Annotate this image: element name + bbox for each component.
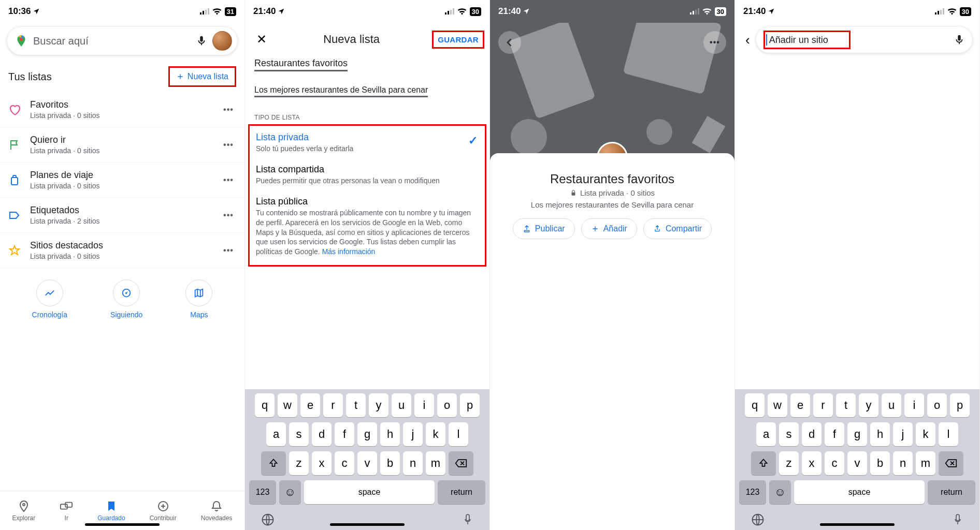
return-key[interactable]: return	[928, 480, 975, 504]
backspace-key[interactable]	[939, 451, 963, 475]
globe-icon[interactable]	[261, 512, 275, 527]
space-key[interactable]: space	[794, 480, 925, 504]
key-o[interactable]: o	[927, 393, 947, 417]
nav-updates[interactable]: Novedades	[201, 500, 233, 522]
key-w[interactable]: w	[768, 393, 787, 417]
home-indicator[interactable]	[330, 523, 405, 526]
key-i[interactable]: i	[414, 393, 434, 417]
more-button[interactable]: •••	[703, 31, 726, 54]
key-h[interactable]: h	[870, 422, 890, 446]
tab-timeline[interactable]: Cronología	[32, 279, 68, 319]
list-type-private[interactable]: Lista privada Solo tú puedes verla y edi…	[250, 127, 485, 159]
more-icon[interactable]: •••	[221, 140, 236, 150]
key-s[interactable]: s	[779, 422, 799, 446]
key-e[interactable]: e	[790, 393, 810, 417]
key-g[interactable]: g	[357, 422, 377, 446]
key-t[interactable]: t	[346, 393, 366, 417]
numeric-key[interactable]: 123	[249, 480, 276, 504]
key-j[interactable]: j	[403, 422, 423, 446]
key-u[interactable]: u	[392, 393, 411, 417]
key-k[interactable]: k	[426, 422, 445, 446]
more-icon[interactable]: •••	[221, 211, 236, 220]
key-p[interactable]: p	[950, 393, 970, 417]
tab-maps[interactable]: Maps	[185, 279, 212, 319]
more-icon[interactable]: •••	[221, 175, 236, 185]
key-r[interactable]: r	[323, 393, 343, 417]
key-n[interactable]: n	[403, 451, 423, 475]
key-j[interactable]: j	[893, 422, 913, 446]
return-key[interactable]: return	[438, 480, 485, 504]
shift-key[interactable]	[261, 451, 286, 475]
key-d[interactable]: d	[312, 422, 332, 446]
nav-explore[interactable]: Explorar	[12, 500, 36, 522]
list-item-starred[interactable]: Sitios destacadosLista privada · 0 sitio…	[0, 233, 244, 268]
key-d[interactable]: d	[802, 422, 822, 446]
list-description-input[interactable]: Los mejores restaurantes de Sevilla para…	[245, 82, 489, 97]
nav-go[interactable]: Ir	[60, 500, 73, 522]
key-m[interactable]: m	[426, 451, 445, 475]
key-b[interactable]: b	[870, 451, 890, 475]
list-type-shared[interactable]: Lista compartida Puedes permitir que otr…	[250, 159, 485, 191]
key-h[interactable]: h	[380, 422, 400, 446]
key-a[interactable]: a	[266, 422, 286, 446]
key-m[interactable]: m	[916, 451, 935, 475]
key-n[interactable]: n	[893, 451, 913, 475]
key-g[interactable]: g	[847, 422, 867, 446]
key-l[interactable]: l	[449, 422, 468, 446]
key-v[interactable]: v	[847, 451, 867, 475]
back-button[interactable]: ‹	[742, 30, 753, 50]
shift-key[interactable]	[751, 451, 776, 475]
key-z[interactable]: z	[779, 451, 799, 475]
key-q[interactable]: q	[745, 393, 765, 417]
list-item-travel-plans[interactable]: Planes de viajeLista privada · 0 sitios …	[0, 163, 244, 198]
key-c[interactable]: c	[335, 451, 354, 475]
list-item-favorites[interactable]: FavoritosLista privada · 0 sitios •••	[0, 92, 244, 127]
list-item-want-to-go[interactable]: Quiero irLista privada · 0 sitios •••	[0, 127, 244, 163]
key-e[interactable]: e	[300, 393, 320, 417]
list-type-public[interactable]: Lista pública Tu contenido se mostrará p…	[250, 191, 485, 262]
mic-icon[interactable]	[954, 34, 965, 46]
back-button[interactable]	[498, 31, 521, 54]
profile-avatar[interactable]	[212, 31, 232, 51]
tab-following[interactable]: Siguiendo	[110, 279, 142, 319]
add-button[interactable]: Añadir	[581, 218, 637, 239]
key-x[interactable]: x	[802, 451, 822, 475]
key-v[interactable]: v	[357, 451, 377, 475]
key-f[interactable]: f	[335, 422, 354, 446]
dictation-mic-icon[interactable]	[952, 512, 964, 527]
new-list-button[interactable]: Nueva lista	[168, 66, 236, 87]
share-button[interactable]: Compartir	[643, 218, 712, 239]
key-k[interactable]: k	[916, 422, 935, 446]
key-y[interactable]: y	[859, 393, 878, 417]
emoji-key[interactable]: ☺	[769, 480, 791, 504]
key-x[interactable]: x	[312, 451, 332, 475]
save-button[interactable]: GUARDAR	[432, 31, 484, 49]
search-bar[interactable]: Buscar aquí	[7, 27, 237, 55]
space-key[interactable]: space	[304, 480, 435, 504]
close-button[interactable]: ✕	[252, 30, 271, 49]
nav-saved[interactable]: Guardado	[97, 500, 125, 522]
globe-icon[interactable]	[751, 512, 765, 527]
key-i[interactable]: i	[904, 393, 924, 417]
key-y[interactable]: y	[369, 393, 388, 417]
home-indicator[interactable]	[85, 523, 160, 526]
keyboard[interactable]: qwertyuiop asdfghjkl zxcvbnm 123 ☺ space…	[735, 389, 979, 530]
dictation-mic-icon[interactable]	[462, 512, 474, 527]
key-t[interactable]: t	[836, 393, 856, 417]
more-icon[interactable]: •••	[221, 105, 236, 114]
home-indicator[interactable]	[820, 523, 895, 526]
key-l[interactable]: l	[939, 422, 958, 446]
more-icon[interactable]: •••	[221, 246, 236, 255]
list-item-labeled[interactable]: EtiquetadosLista privada · 2 sitios •••	[0, 198, 244, 233]
key-c[interactable]: c	[825, 451, 844, 475]
list-name-input[interactable]: Restaurantes favoritos	[245, 56, 489, 71]
key-p[interactable]: p	[460, 393, 480, 417]
key-q[interactable]: q	[255, 393, 275, 417]
numeric-key[interactable]: 123	[739, 480, 766, 504]
key-f[interactable]: f	[825, 422, 844, 446]
add-place-search[interactable]: Añadir un sitio	[756, 27, 972, 53]
key-z[interactable]: z	[289, 451, 309, 475]
key-r[interactable]: r	[813, 393, 833, 417]
publish-button[interactable]: Publicar	[513, 218, 575, 239]
key-b[interactable]: b	[380, 451, 400, 475]
